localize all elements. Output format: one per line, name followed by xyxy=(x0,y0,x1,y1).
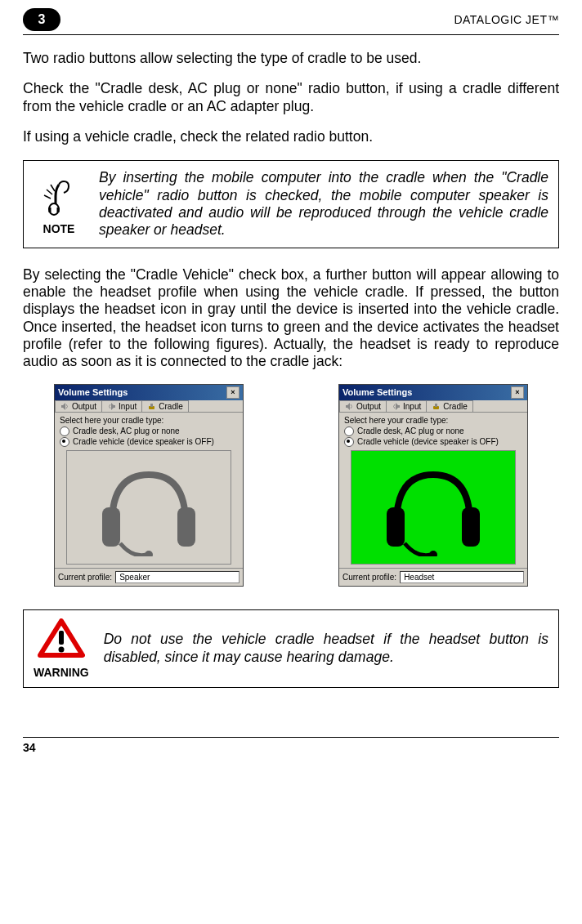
tab-output[interactable]: Output xyxy=(55,400,102,412)
radio-icon xyxy=(60,426,69,436)
close-icon[interactable]: × xyxy=(511,386,524,399)
tab-cradle-label: Cradle xyxy=(159,402,182,411)
screenshots-row: Volume Settings × Output Input xyxy=(23,384,559,587)
tab-cradle[interactable]: Cradle xyxy=(141,400,188,412)
tab-output-label: Output xyxy=(72,402,96,411)
select-cradle-label: Select here your cradle type: xyxy=(60,416,238,425)
dialog-title: Volume Settings xyxy=(58,387,128,397)
svg-rect-3 xyxy=(102,507,120,547)
cradle-icon xyxy=(432,402,441,411)
headset-button-enabled[interactable] xyxy=(351,450,516,565)
radio-icon xyxy=(344,426,354,436)
radio-cradle-desk[interactable]: Cradle desk, AC plug or none xyxy=(60,426,238,436)
radio-cradle-vehicle-label: Cradle vehicle (device speaker is OFF) xyxy=(357,437,499,446)
headset-icon xyxy=(87,458,210,556)
svg-rect-4 xyxy=(177,507,195,547)
header-rule xyxy=(23,34,559,35)
speaker-out-icon xyxy=(60,402,69,411)
svg-rect-7 xyxy=(435,404,437,407)
tab-output[interactable]: Output xyxy=(339,400,387,412)
note-text: By inserting the mobile computer into th… xyxy=(99,169,548,239)
note-box: NOTE By inserting the mobile computer in… xyxy=(23,160,559,248)
tab-output-label: Output xyxy=(356,402,381,411)
radio-icon xyxy=(60,437,69,447)
radio-icon xyxy=(344,437,354,447)
speaker-in-icon xyxy=(107,402,116,411)
warning-icon xyxy=(38,618,85,663)
current-profile-value: Headset xyxy=(400,571,524,583)
svg-point-5 xyxy=(145,551,153,556)
chapter-badge: 3 xyxy=(23,8,60,31)
page-number: 34 xyxy=(23,741,559,754)
tab-input-label: Input xyxy=(119,402,137,411)
current-profile-label: Current profile: xyxy=(342,573,396,582)
header-title: DATALOGIC JET™ xyxy=(454,13,559,26)
tab-input-label: Input xyxy=(403,402,421,411)
current-profile-value: Speaker xyxy=(115,571,240,583)
radio-cradle-vehicle[interactable]: Cradle vehicle (device speaker is OFF) xyxy=(344,437,522,447)
radio-cradle-desk-label: Cradle desk, AC plug or none xyxy=(73,426,180,435)
volume-settings-dialog-left: Volume Settings × Output Input xyxy=(54,384,244,587)
warning-label: WARNING xyxy=(34,666,89,679)
volume-settings-dialog-right: Volume Settings × Output Input xyxy=(338,384,528,587)
dialog-title: Volume Settings xyxy=(342,387,412,397)
headset-button-disabled[interactable] xyxy=(66,450,231,565)
current-profile-label: Current profile: xyxy=(58,573,112,582)
headset-icon xyxy=(372,458,495,556)
svg-rect-2 xyxy=(150,404,153,407)
warning-text: Do not use the vehicle cradle headset if… xyxy=(104,631,548,666)
paragraph-3: If using a vehicle cradle, check the rel… xyxy=(23,128,559,145)
paragraph-1: Two radio buttons allow selecting the ty… xyxy=(23,50,559,67)
svg-point-10 xyxy=(429,551,437,556)
cradle-icon xyxy=(147,402,156,411)
svg-rect-9 xyxy=(462,507,480,547)
svg-rect-11 xyxy=(59,631,64,645)
tab-cradle[interactable]: Cradle xyxy=(426,400,472,412)
speaker-out-icon xyxy=(345,402,354,411)
radio-cradle-desk[interactable]: Cradle desk, AC plug or none xyxy=(344,426,522,436)
radio-cradle-vehicle[interactable]: Cradle vehicle (device speaker is OFF) xyxy=(60,437,238,447)
tab-cradle-label: Cradle xyxy=(443,402,467,411)
svg-rect-8 xyxy=(387,507,405,547)
speaker-in-icon xyxy=(392,402,401,411)
note-label: NOTE xyxy=(43,222,75,235)
select-cradle-label: Select here your cradle type: xyxy=(344,416,522,425)
paragraph-4: By selecting the "Cradle Vehicle" check … xyxy=(23,266,559,371)
radio-cradle-vehicle-label: Cradle vehicle (device speaker is OFF) xyxy=(73,437,214,446)
radio-cradle-desk-label: Cradle desk, AC plug or none xyxy=(357,426,464,435)
footer-rule xyxy=(23,737,559,738)
svg-point-12 xyxy=(58,646,64,652)
warning-box: WARNING Do not use the vehicle cradle he… xyxy=(23,609,559,688)
note-icon xyxy=(39,173,78,219)
tab-input[interactable]: Input xyxy=(101,400,142,412)
close-icon[interactable]: × xyxy=(226,386,240,399)
paragraph-2: Check the "Cradle desk, AC plug or none"… xyxy=(23,80,559,115)
tab-input[interactable]: Input xyxy=(386,400,427,412)
